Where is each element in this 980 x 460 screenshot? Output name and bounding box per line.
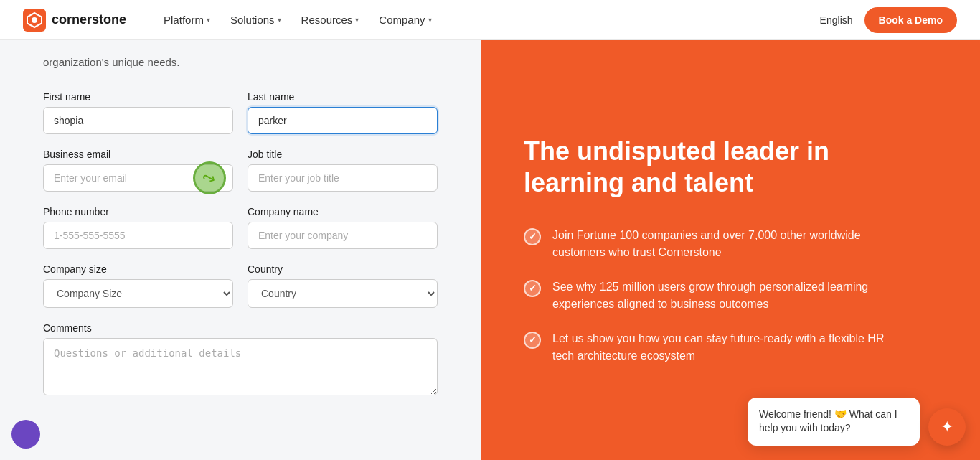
check-icon-3 [524, 332, 541, 349]
first-name-input[interactable] [43, 107, 233, 134]
comments-label: Comments [43, 322, 438, 334]
country-label: Country [248, 263, 438, 275]
company-size-group: Company size Company Size 1-50 51-200 20… [43, 263, 233, 308]
nav-links: Platform ▾ Solutions ▾ Resources ▾ Compa… [155, 8, 820, 32]
navbar: cornerstone Platform ▾ Solutions ▾ Resou… [0, 0, 980, 40]
cornerstone-logo-icon [23, 9, 46, 32]
book-demo-button[interactable]: Book a Demo [864, 7, 957, 33]
business-email-group: Business email ↩ [43, 149, 233, 192]
resources-chevron-icon: ▾ [355, 16, 359, 24]
phone-group: Phone number [43, 206, 233, 249]
nav-item-solutions[interactable]: Solutions ▾ [222, 8, 290, 32]
chat-widget: Welcome friend! 🤝 What can I help you wi… [748, 398, 966, 446]
job-title-label: Job title [248, 149, 438, 160]
svg-point-1 [32, 17, 37, 23]
nav-item-resources[interactable]: Resources ▾ [293, 8, 368, 32]
size-country-row: Company size Company Size 1-50 51-200 20… [43, 263, 438, 308]
left-panel: organization's unique needs. First name … [0, 40, 481, 460]
email-input-wrapper: ↩ [43, 164, 233, 192]
email-jobtitle-row: Business email ↩ Job title [43, 149, 438, 192]
features-list: Join Fortune 100 companies and over 7,00… [524, 227, 897, 365]
country-group: Country Country United States United Kin… [248, 263, 438, 308]
business-email-label: Business email [43, 149, 233, 160]
chat-bubble-text: Welcome friend! 🤝 What can I help you wi… [759, 408, 897, 434]
company-name-group: Company name [248, 206, 438, 249]
comments-group: Comments [43, 322, 438, 395]
solutions-chevron-icon: ▾ [278, 16, 281, 24]
check-icon-2 [524, 280, 541, 297]
phone-input[interactable] [43, 222, 233, 249]
purple-dot-button[interactable] [11, 420, 40, 449]
nav-right: English Book a Demo [820, 7, 957, 33]
chat-button[interactable]: ✦ [928, 408, 966, 446]
platform-chevron-icon: ▾ [207, 16, 210, 24]
feature-text-2: See why 125 million users grow through p… [552, 278, 897, 313]
company-name-label: Company name [248, 206, 438, 217]
subtitle-text: organization's unique needs. [43, 55, 438, 71]
feature-item-2: See why 125 million users grow through p… [524, 278, 897, 313]
company-chevron-icon: ▾ [428, 16, 432, 24]
last-name-input[interactable] [248, 107, 438, 134]
feature-text-3: Let us show you how you can stay future-… [552, 330, 897, 365]
feature-text-1: Join Fortune 100 companies and over 7,00… [552, 227, 897, 261]
check-icon-1 [524, 228, 541, 245]
phone-company-row: Phone number Company name [43, 206, 438, 249]
company-size-select[interactable]: Company Size 1-50 51-200 201-1000 1001-5… [43, 279, 233, 308]
country-select[interactable]: Country United States United Kingdom Can… [248, 279, 438, 308]
chat-button-icon: ✦ [941, 418, 953, 436]
right-headline: The undisputed leader in learning and ta… [524, 136, 897, 197]
company-size-label: Company size [43, 263, 233, 275]
feature-item-1: Join Fortune 100 companies and over 7,00… [524, 227, 897, 261]
logo-text: cornerstone [52, 12, 126, 27]
nav-item-company[interactable]: Company ▾ [370, 8, 440, 32]
language-selector[interactable]: English [820, 14, 853, 26]
nav-item-platform[interactable]: Platform ▾ [155, 8, 219, 32]
job-title-input[interactable] [248, 164, 438, 192]
first-name-group: First name [43, 91, 233, 134]
last-name-group: Last name [248, 91, 438, 134]
first-name-label: First name [43, 91, 233, 103]
phone-label: Phone number [43, 206, 233, 217]
business-email-input[interactable] [43, 164, 233, 192]
last-name-label: Last name [248, 91, 438, 103]
job-title-group: Job title [248, 149, 438, 192]
feature-item-3: Let us show you how you can stay future-… [524, 330, 897, 365]
chat-bubble: Welcome friend! 🤝 What can I help you wi… [748, 398, 920, 446]
name-row: First name Last name [43, 91, 438, 134]
company-name-input[interactable] [248, 222, 438, 249]
logo[interactable]: cornerstone [23, 9, 126, 32]
comments-textarea[interactable] [43, 338, 438, 395]
